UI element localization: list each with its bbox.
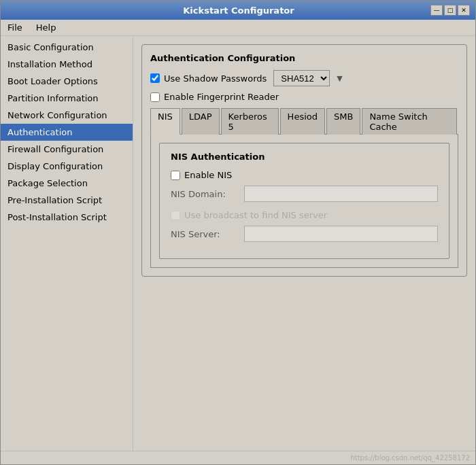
use-broadcast-row: Use broadcast to find NIS server [171, 210, 438, 220]
fingerprint-label: Enable Fingerprint Reader [164, 92, 279, 102]
tab-nis[interactable]: NIS [150, 108, 180, 135]
authentication-configuration-section: Authentication Configuration Use Shadow … [141, 44, 467, 277]
sha-dropdown-arrow: ▼ [337, 74, 342, 83]
window-title: Kickstart Configurator [47, 5, 430, 16]
tab-smb[interactable]: SMB [326, 108, 360, 135]
sidebar-item-pre-installation-script[interactable]: Pre-Installation Script [1, 192, 133, 209]
nis-domain-input[interactable] [244, 186, 438, 202]
main-window: Kickstart Configurator — □ ✕ File Help B… [0, 0, 476, 465]
sidebar-item-basic-configuration[interactable]: Basic Configuration [1, 39, 133, 56]
sidebar-item-boot-loader-options[interactable]: Boot Loader Options [1, 73, 133, 90]
shadow-passwords-checkbox[interactable] [150, 73, 160, 83]
watermark: https://blog.csdn.net/qq_42258172 [350, 454, 470, 462]
sidebar: Basic Configuration Installation Method … [1, 36, 133, 451]
shadow-passwords-checkbox-row: Use Shadow Passwords [150, 73, 267, 84]
window-controls: — □ ✕ [430, 5, 470, 16]
close-button[interactable]: ✕ [458, 5, 470, 16]
enable-nis-label: Enable NIS [184, 170, 232, 180]
enable-nis-checkbox[interactable] [171, 171, 180, 180]
shadow-passwords-row: Use Shadow Passwords SHA512 MD5 SHA256 ▼ [150, 70, 458, 86]
minimize-button[interactable]: — [430, 5, 443, 16]
nis-group-title: NIS Authentication [171, 152, 438, 162]
fingerprint-checkbox[interactable] [150, 92, 160, 102]
sidebar-item-network-configuration[interactable]: Network Configuration [1, 107, 133, 124]
use-broadcast-label: Use broadcast to find NIS server [184, 210, 327, 220]
use-broadcast-checkbox[interactable] [171, 211, 180, 220]
nis-server-row: NIS Server: [171, 226, 438, 242]
sidebar-item-installation-method[interactable]: Installation Method [1, 56, 133, 73]
shadow-passwords-label: Use Shadow Passwords [164, 73, 267, 84]
sidebar-item-partition-information[interactable]: Partition Information [1, 90, 133, 107]
maximize-button[interactable]: □ [444, 5, 456, 16]
title-bar: Kickstart Configurator — □ ✕ [1, 1, 475, 20]
nis-domain-row: NIS Domain: [171, 186, 438, 202]
tab-content-nis: NIS Authentication Enable NIS NIS Domain… [150, 135, 458, 268]
tab-kerberos5[interactable]: Kerberos 5 [221, 108, 279, 135]
menu-file[interactable]: File [3, 21, 27, 34]
main-panel: Authentication Configuration Use Shadow … [133, 36, 475, 451]
nis-server-label: NIS Server: [171, 229, 239, 239]
menu-help[interactable]: Help [32, 21, 61, 34]
fingerprint-row: Enable Fingerprint Reader [150, 92, 458, 102]
sidebar-item-firewall-configuration[interactable]: Firewall Configuration [1, 141, 133, 158]
content-area: Basic Configuration Installation Method … [1, 36, 475, 451]
sha-select[interactable]: SHA512 MD5 SHA256 [273, 70, 330, 86]
sidebar-item-display-configuration[interactable]: Display Configuration [1, 158, 133, 175]
nis-server-input[interactable] [244, 226, 438, 242]
tab-hesiod[interactable]: Hesiod [280, 108, 325, 135]
section-title: Authentication Configuration [150, 53, 458, 63]
bottom-bar: https://blog.csdn.net/qq_42258172 [1, 451, 475, 464]
sidebar-item-post-installation-script[interactable]: Post-Installation Script [1, 209, 133, 226]
nis-group: NIS Authentication Enable NIS NIS Domain… [159, 143, 449, 259]
enable-nis-row: Enable NIS [171, 170, 438, 180]
tab-name-switch-cache[interactable]: Name Switch Cache [362, 108, 457, 135]
tab-ldap[interactable]: LDAP [182, 108, 220, 135]
sidebar-item-authentication[interactable]: Authentication [1, 124, 133, 141]
nis-domain-label: NIS Domain: [171, 189, 239, 199]
auth-tabs: NIS LDAP Kerberos 5 Hesiod SMB Name Swit… [150, 107, 458, 135]
sidebar-item-package-selection[interactable]: Package Selection [1, 175, 133, 192]
menubar: File Help [1, 20, 475, 36]
